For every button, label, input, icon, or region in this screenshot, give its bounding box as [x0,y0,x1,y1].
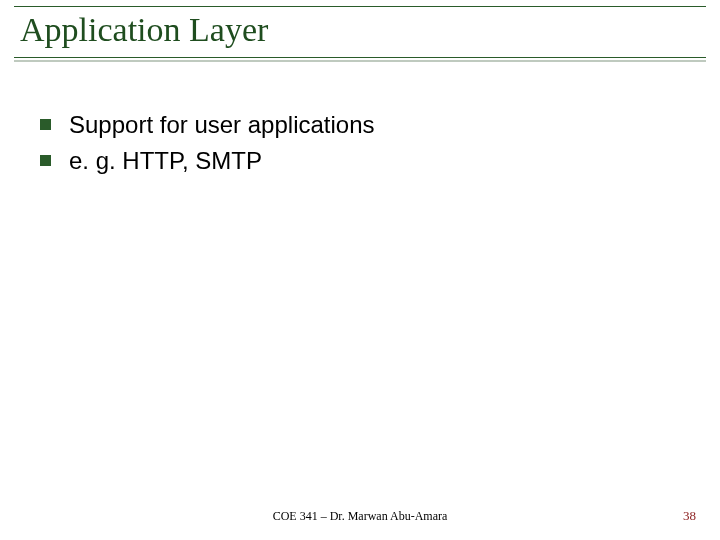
list-item: e. g. HTTP, SMTP [40,146,680,176]
content-area: Support for user applications e. g. HTTP… [40,110,680,182]
bullet-text: e. g. HTTP, SMTP [69,146,262,176]
slide: Application Layer Support for user appli… [0,0,720,540]
square-bullet-icon [40,119,51,130]
bullet-list: Support for user applications e. g. HTTP… [40,110,680,176]
slide-title: Application Layer [14,9,706,57]
square-bullet-icon [40,155,51,166]
bullet-text: Support for user applications [69,110,375,140]
title-underline [14,57,706,58]
title-region: Application Layer [14,6,706,62]
title-top-rule [14,6,706,7]
page-number: 38 [683,508,696,524]
footer-text: COE 341 – Dr. Marwan Abu-Amara [0,509,720,524]
title-underline-shadow [14,60,706,62]
list-item: Support for user applications [40,110,680,140]
